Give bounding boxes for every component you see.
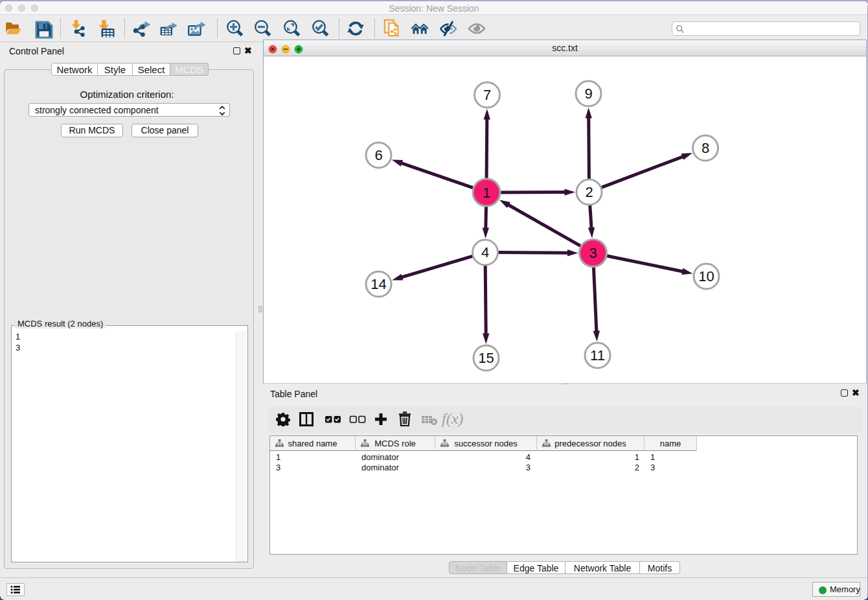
svg-text:2: 2 <box>585 184 593 200</box>
svg-text:f(x): f(x) <box>442 410 463 427</box>
svg-text:6: 6 <box>374 147 382 163</box>
svg-text:10: 10 <box>698 268 714 284</box>
svg-text:9: 9 <box>584 86 592 102</box>
svg-text:14: 14 <box>371 276 386 292</box>
svg-text:4: 4 <box>481 244 489 260</box>
svg-text:11: 11 <box>590 347 605 363</box>
svg-text:8: 8 <box>702 140 709 156</box>
svg-text:1: 1 <box>483 185 490 201</box>
svg-text:7: 7 <box>483 87 491 103</box>
svg-text:3: 3 <box>589 245 597 261</box>
svg-text:15: 15 <box>478 350 494 366</box>
